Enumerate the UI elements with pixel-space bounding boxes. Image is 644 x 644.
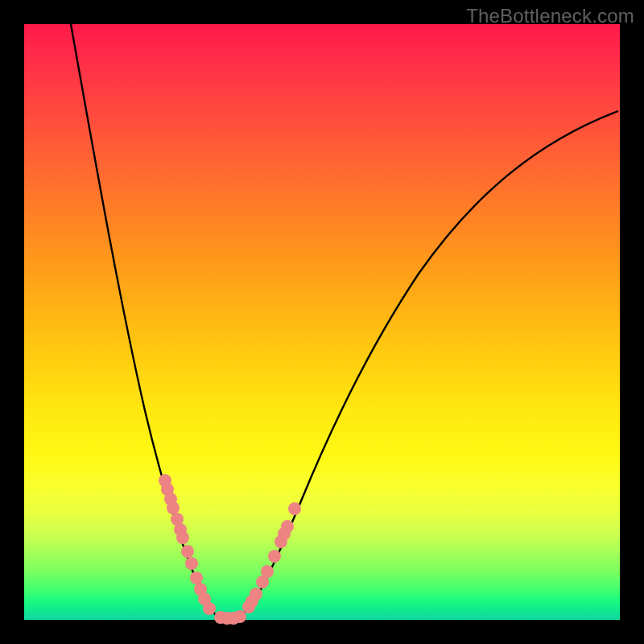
data-point (288, 502, 301, 515)
data-point (176, 531, 189, 544)
data-point (261, 565, 274, 578)
data-point (281, 520, 294, 533)
data-point (268, 550, 281, 563)
data-point (190, 572, 203, 584)
data-point (250, 588, 262, 601)
plot-area (24, 24, 620, 620)
left-curve (71, 24, 224, 618)
data-point (185, 557, 198, 570)
data-point (181, 545, 194, 558)
data-point (167, 502, 180, 514)
curve-layer (24, 24, 620, 620)
data-point (233, 610, 246, 623)
data-point (203, 602, 216, 615)
chart-frame: TheBottleneck.com (0, 0, 644, 644)
right-curve (235, 111, 618, 618)
